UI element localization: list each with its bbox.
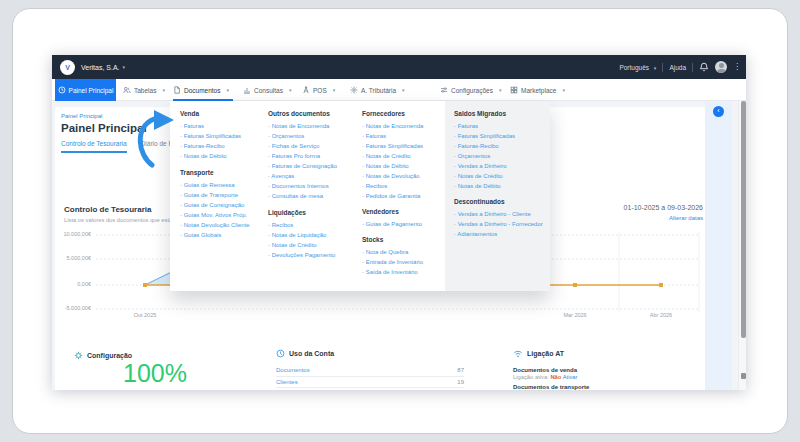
user-avatar[interactable] [715,61,727,73]
chevron-down-icon: ▾ [162,87,165,93]
menu-item[interactable]: Notas de Crédito [268,240,360,250]
menu-item[interactable]: Faturas [454,121,546,131]
menu-item[interactable]: Guias de Pagamento [362,219,454,229]
menu-item[interactable]: Faturas [180,121,272,131]
nav-tabelas[interactable]: Tabelas▾ [123,79,165,101]
scrollbar[interactable] [738,101,746,390]
menu-item[interactable]: Fichas de Serviço [268,141,360,151]
menu-item[interactable]: Pedidos de Garantia [362,191,454,201]
menu-item[interactable]: Entrada de Inventário [362,257,454,267]
menu-item[interactable]: Notas de Crédito [454,171,546,181]
menu-item[interactable]: Faturas Simplificadas [454,131,546,141]
y-tick-label: -5.000,00€ [65,305,91,311]
menu-item[interactable]: Devoluções Pagamento [268,250,360,260]
menu-item[interactable]: Notas de Encomenda [268,121,360,131]
status-badge: Não [550,374,561,380]
scrollbar-down-arrow[interactable] [741,373,746,379]
chevron-down-icon: ▾ [227,87,230,93]
menu-item[interactable]: Notas de Débito [454,181,546,191]
menu-item[interactable]: Documentos Internos [268,181,360,191]
menu-item[interactable]: Orçamentos [454,151,546,161]
menu-item[interactable]: Faturas-Recibo [454,141,546,151]
menu-group-title: Liquidações [268,209,360,216]
menu-item[interactable]: Adiantamentos [454,229,546,239]
history-clock-icon [276,349,285,358]
menu-item[interactable]: Saída de Inventário [362,267,454,277]
chart-y-axis: 10.000,00€5.000,00€0,00€-5.000,00€ [55,227,91,322]
nav-documentos[interactable]: Documentos▾ [173,79,229,101]
help-link[interactable]: Ajuda [669,64,686,71]
notifications-bell-icon[interactable] [699,62,709,72]
usage-widget-header: Uso da Conta [276,349,334,358]
section-subtitle: Lista os valores dos documentos que estã [64,217,172,223]
menu-item[interactable]: Orçamentos [268,131,360,141]
company-selector[interactable]: Veritas, S.A. [81,64,120,71]
activate-link[interactable]: Ativar [563,374,578,380]
company-logo-icon: V [60,60,75,75]
usage-label[interactable]: Clientes [276,379,298,385]
documentos-dropdown-menu: Venda FaturasFaturas SimplificadasFatura… [170,101,550,291]
bar-chart-icon [243,86,251,94]
nav-consultas[interactable]: Consultas▾ [243,79,291,101]
menu-item[interactable]: Avenças [268,171,360,181]
menu-item[interactable]: Notas de Encomenda [362,121,454,131]
usage-value: 19 [457,379,464,385]
menu-item[interactable]: Vendas a Dinheiro [454,161,546,171]
usage-label[interactable]: Documentos [276,367,310,373]
usage-row: Artigos 42 [276,388,464,390]
menu-item[interactable]: Guias de Consignação [180,200,272,210]
nav-painel-principal[interactable]: Painel Principal [55,79,116,101]
usage-table: Documentos 87 Clientes 19 Artigos 42 [276,365,464,390]
menu-item[interactable]: Vendas a Dinheiro - Cliente [454,209,546,219]
nav-a-tributaria[interactable]: A. Tributária▾ [350,79,405,101]
menu-item[interactable]: Notas de Crédito [362,151,454,161]
scrollbar-thumb[interactable] [741,101,746,338]
date-range: 01-10-2025 a 09-03-2026 [624,204,703,211]
language-selector[interactable]: Português ▾ [619,64,656,71]
menu-item[interactable]: Vendas a Dinheiro - Fornecedor [454,219,546,229]
divider [662,63,663,72]
menu-item[interactable]: Faturas Simplificadas [362,141,454,151]
menu-item[interactable]: Guias Globais [180,230,272,240]
menu-item[interactable]: Faturas Simplificadas [180,131,272,141]
menu-item[interactable]: Faturas de Consignação [268,161,360,171]
menu-item[interactable]: Notas de Liquidação [268,230,360,240]
menu-item[interactable]: Recibos [268,220,360,230]
usage-row: Documentos 87 [276,365,464,377]
x-tick-label: Abr 2026 [641,312,681,318]
menu-item[interactable]: Guias Mov. Ativos Próp. [180,210,272,220]
change-dates-link[interactable]: Alterar datas [669,215,703,221]
menu-item[interactable]: Notas de Devolução [362,171,454,181]
menu-item[interactable]: Faturas [362,131,454,141]
breadcrumb[interactable]: Painel Principal [61,113,102,119]
kebab-menu-icon[interactable]: ⋮ [733,63,741,71]
right-side-panel [705,101,732,390]
menu-item[interactable]: Faturas-Recibo [180,141,272,151]
menu-item[interactable]: Notas de Débito [180,151,272,161]
menu-item[interactable]: Nota de Quebra [362,247,454,257]
menu-item[interactable]: Guias de Transporte [180,190,272,200]
top-bar: V Veritas, S.A. ▾ Português ▾ Ajuda ⋮ [52,55,746,79]
menu-item[interactable]: Consultas de mesa [268,191,360,201]
menu-group-title: Transporte [180,169,272,176]
at-entry-name: Documentos de transporte [513,384,693,390]
main-nav: Painel Principal Tabelas▾ Documentos▾ Co… [52,79,746,101]
collapse-panel-button[interactable]: ‹ [713,106,724,117]
nav-pos[interactable]: POS▾ [302,79,335,101]
nav-marketplace[interactable]: Marketplace▾ [510,79,565,101]
at-connection-list: Documentos de venda Ligação ativa: Não A… [513,363,693,390]
tab-controlo-tesouraria[interactable]: Controlo de Tesouraria [61,140,127,153]
usage-row: Clientes 19 [276,377,464,389]
nav-configuracoes[interactable]: Configurações▾ [440,79,501,101]
menu-group-title: Fornecedores [362,110,454,117]
menu-item[interactable]: Guias de Remessa [180,180,272,190]
chevron-down-icon: ▾ [562,87,565,93]
menu-item[interactable]: Faturas Pro forma [268,151,360,161]
section-title: Controlo de Tesouraria [64,205,151,214]
at-entry-status: Ligação ativa: Não Ativar [513,374,693,380]
menu-item[interactable]: Recibos [362,181,454,191]
menu-item[interactable]: Notas de Débito [362,161,454,171]
menu-item[interactable]: Notas Devolução Cliente [180,220,272,230]
chevron-down-icon: ▾ [499,87,502,93]
screenshot-stage: V Veritas, S.A. ▾ Português ▾ Ajuda ⋮ [0,0,800,442]
